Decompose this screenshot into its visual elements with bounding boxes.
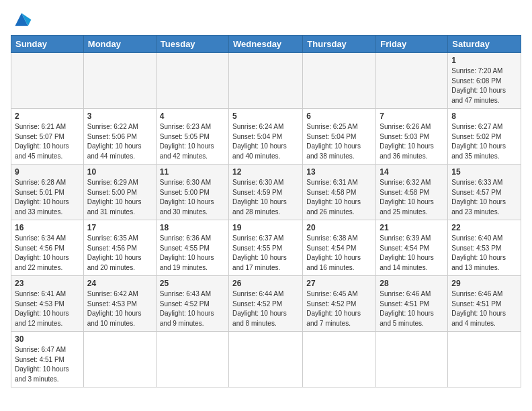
calendar-cell (303, 332, 376, 387)
calendar-day-header: Monday (83, 36, 156, 53)
calendar-cell: 21Sunrise: 6:39 AM Sunset: 4:54 PM Dayli… (376, 220, 448, 276)
calendar-cell: 11Sunrise: 6:30 AM Sunset: 5:00 PM Dayli… (156, 165, 228, 220)
day-number: 12 (232, 167, 299, 177)
calendar-cell: 18Sunrise: 6:36 AM Sunset: 4:55 PM Dayli… (156, 220, 228, 276)
day-number: 28 (380, 279, 444, 288)
calendar-cell: 6Sunrise: 6:25 AM Sunset: 5:04 PM Daylig… (303, 109, 376, 165)
calendar-cell (448, 332, 521, 387)
day-info: Sunrise: 6:26 AM Sunset: 5:03 PM Dayligh… (380, 122, 444, 161)
calendar-cell: 22Sunrise: 6:40 AM Sunset: 4:53 PM Dayli… (448, 220, 521, 276)
day-info: Sunrise: 6:25 AM Sunset: 5:04 PM Dayligh… (306, 122, 372, 161)
calendar-cell: 10Sunrise: 6:29 AM Sunset: 5:00 PM Dayli… (83, 165, 156, 220)
day-info: Sunrise: 6:39 AM Sunset: 4:54 PM Dayligh… (380, 234, 444, 273)
logo (11, 11, 35, 30)
calendar-cell (11, 53, 84, 109)
day-number: 5 (232, 111, 299, 121)
day-info: Sunrise: 6:30 AM Sunset: 5:00 PM Dayligh… (160, 178, 225, 217)
calendar-cell (229, 53, 303, 109)
calendar-cell (303, 53, 376, 109)
day-info: Sunrise: 6:22 AM Sunset: 5:06 PM Dayligh… (87, 122, 152, 161)
day-info: Sunrise: 6:40 AM Sunset: 4:53 PM Dayligh… (451, 234, 517, 273)
day-number: 26 (232, 279, 299, 288)
calendar-cell: 20Sunrise: 6:38 AM Sunset: 4:54 PM Dayli… (303, 220, 376, 276)
calendar-day-header: Saturday (448, 36, 521, 53)
calendar-cell: 29Sunrise: 6:46 AM Sunset: 4:51 PM Dayli… (448, 276, 521, 332)
day-number: 22 (451, 223, 517, 232)
day-number: 2 (15, 111, 80, 121)
day-number: 18 (160, 223, 225, 232)
day-info: Sunrise: 6:31 AM Sunset: 4:58 PM Dayligh… (306, 178, 372, 217)
day-number: 17 (87, 223, 152, 232)
day-number: 24 (87, 279, 152, 288)
calendar-cell: 3Sunrise: 6:22 AM Sunset: 5:06 PM Daylig… (83, 109, 156, 165)
day-info: Sunrise: 6:44 AM Sunset: 4:52 PM Dayligh… (232, 289, 299, 328)
calendar-cell: 23Sunrise: 6:41 AM Sunset: 4:53 PM Dayli… (11, 276, 84, 332)
calendar-cell (83, 332, 156, 387)
calendar-cell: 25Sunrise: 6:43 AM Sunset: 4:52 PM Dayli… (156, 276, 228, 332)
calendar-cell (156, 53, 228, 109)
calendar-cell: 4Sunrise: 6:23 AM Sunset: 5:05 PM Daylig… (156, 109, 228, 165)
calendar-day-header: Thursday (303, 36, 376, 53)
calendar-cell: 13Sunrise: 6:31 AM Sunset: 4:58 PM Dayli… (303, 165, 376, 220)
calendar-cell: 12Sunrise: 6:30 AM Sunset: 4:59 PM Dayli… (229, 165, 303, 220)
calendar-cell: 27Sunrise: 6:45 AM Sunset: 4:52 PM Dayli… (303, 276, 376, 332)
calendar-week-row: 23Sunrise: 6:41 AM Sunset: 4:53 PM Dayli… (11, 276, 521, 332)
calendar-day-header: Tuesday (156, 36, 228, 53)
day-number: 15 (451, 167, 517, 177)
calendar-week-row: 30Sunrise: 6:47 AM Sunset: 4:51 PM Dayli… (11, 332, 521, 387)
day-info: Sunrise: 6:33 AM Sunset: 4:57 PM Dayligh… (451, 178, 517, 217)
day-number: 20 (306, 223, 372, 232)
day-info: Sunrise: 6:45 AM Sunset: 4:52 PM Dayligh… (306, 289, 372, 328)
day-number: 1 (451, 56, 517, 65)
day-info: Sunrise: 6:46 AM Sunset: 4:51 PM Dayligh… (451, 289, 517, 328)
day-info: Sunrise: 6:47 AM Sunset: 4:51 PM Dayligh… (15, 345, 80, 384)
calendar-cell: 30Sunrise: 6:47 AM Sunset: 4:51 PM Dayli… (11, 332, 84, 387)
calendar-table: SundayMondayTuesdayWednesdayThursdayFrid… (11, 35, 521, 387)
day-info: Sunrise: 6:43 AM Sunset: 4:52 PM Dayligh… (160, 289, 225, 328)
day-info: Sunrise: 6:24 AM Sunset: 5:04 PM Dayligh… (232, 122, 299, 161)
calendar-day-header: Friday (376, 36, 448, 53)
day-number: 4 (160, 111, 225, 121)
day-number: 3 (87, 111, 152, 121)
day-number: 29 (451, 279, 517, 288)
calendar-cell: 15Sunrise: 6:33 AM Sunset: 4:57 PM Dayli… (448, 165, 521, 220)
day-info: Sunrise: 6:46 AM Sunset: 4:51 PM Dayligh… (380, 289, 444, 328)
calendar-cell (83, 53, 156, 109)
calendar-cell (156, 332, 228, 387)
calendar-cell: 5Sunrise: 6:24 AM Sunset: 5:04 PM Daylig… (229, 109, 303, 165)
day-info: Sunrise: 6:27 AM Sunset: 5:02 PM Dayligh… (451, 122, 517, 161)
day-number: 30 (15, 334, 80, 344)
calendar-cell: 8Sunrise: 6:27 AM Sunset: 5:02 PM Daylig… (448, 109, 521, 165)
calendar-week-row: 1Sunrise: 7:20 AM Sunset: 6:08 PM Daylig… (11, 53, 521, 109)
day-number: 25 (160, 279, 225, 288)
calendar-cell (376, 332, 448, 387)
calendar-cell: 16Sunrise: 6:34 AM Sunset: 4:56 PM Dayli… (11, 220, 84, 276)
day-number: 7 (380, 111, 444, 121)
calendar-cell: 28Sunrise: 6:46 AM Sunset: 4:51 PM Dayli… (376, 276, 448, 332)
day-number: 14 (380, 167, 444, 177)
day-info: Sunrise: 6:38 AM Sunset: 4:54 PM Dayligh… (306, 234, 372, 273)
day-info: Sunrise: 6:28 AM Sunset: 5:01 PM Dayligh… (15, 178, 80, 217)
calendar-day-header: Sunday (11, 36, 84, 53)
day-number: 11 (160, 167, 225, 177)
calendar-header-row: SundayMondayTuesdayWednesdayThursdayFrid… (11, 36, 521, 53)
day-number: 8 (451, 111, 517, 121)
day-number: 6 (306, 111, 372, 121)
calendar-cell: 1Sunrise: 7:20 AM Sunset: 6:08 PM Daylig… (448, 53, 521, 109)
day-info: Sunrise: 6:21 AM Sunset: 5:07 PM Dayligh… (15, 122, 80, 161)
calendar-cell: 2Sunrise: 6:21 AM Sunset: 5:07 PM Daylig… (11, 109, 84, 165)
day-info: Sunrise: 7:20 AM Sunset: 6:08 PM Dayligh… (451, 66, 517, 105)
calendar-week-row: 16Sunrise: 6:34 AM Sunset: 4:56 PM Dayli… (11, 220, 521, 276)
day-number: 16 (15, 223, 80, 232)
calendar-week-row: 2Sunrise: 6:21 AM Sunset: 5:07 PM Daylig… (11, 109, 521, 165)
day-info: Sunrise: 6:37 AM Sunset: 4:55 PM Dayligh… (232, 234, 299, 273)
calendar-day-header: Wednesday (229, 36, 303, 53)
day-info: Sunrise: 6:42 AM Sunset: 4:53 PM Dayligh… (87, 289, 152, 328)
day-number: 21 (380, 223, 444, 232)
logo-icon (11, 11, 32, 30)
page-header (11, 11, 521, 30)
day-number: 19 (232, 223, 299, 232)
calendar-week-row: 9Sunrise: 6:28 AM Sunset: 5:01 PM Daylig… (11, 165, 521, 220)
day-number: 13 (306, 167, 372, 177)
day-number: 9 (15, 167, 80, 177)
